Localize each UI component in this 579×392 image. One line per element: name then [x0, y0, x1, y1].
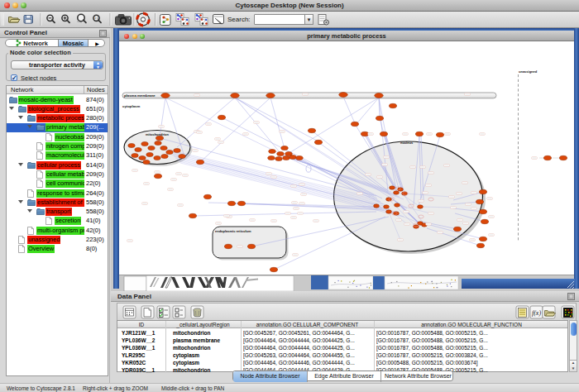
svg-text:endoplasmic reticulum: endoplasmic reticulum — [215, 229, 251, 233]
svg-text:f(x): f(x) — [532, 309, 541, 317]
svg-text:1:1: 1:1 — [94, 16, 99, 20]
svg-text:nucleus: nucleus — [400, 141, 414, 145]
svg-text:unassigned: unassigned — [519, 69, 538, 74]
svg-text:cytoplasm: cytoplasm — [122, 104, 140, 108]
svg-text:mitochondrion: mitochondrion — [146, 132, 170, 136]
svg-text:plasma membrane: plasma membrane — [124, 93, 156, 98]
